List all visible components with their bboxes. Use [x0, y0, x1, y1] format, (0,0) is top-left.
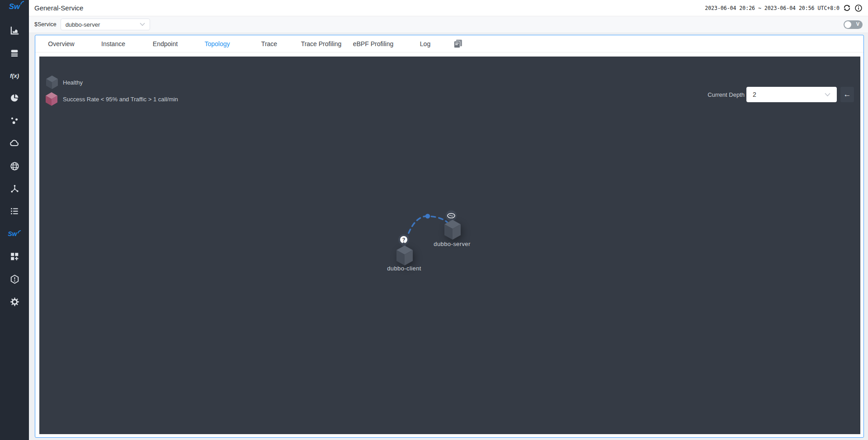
tab-overview[interactable]: Overview	[35, 40, 87, 47]
skywalking-icon: Sw	[8, 230, 17, 237]
tab-instance[interactable]: Instance	[87, 40, 139, 47]
layers-icon	[9, 48, 19, 58]
refresh-icon[interactable]	[843, 4, 851, 12]
sidebar-item-settings[interactable]	[0, 296, 29, 307]
page-title: General-Service	[34, 4, 83, 12]
sidebar-item-scatter[interactable]	[0, 115, 29, 126]
tab-log[interactable]: Log	[399, 40, 451, 47]
logo-swoosh-icon	[20, 1, 24, 5]
main-area: General-Service 2023-06-04 20:26 ~ 2023-…	[29, 0, 868, 440]
service-select[interactable]: dubbo-server	[61, 19, 150, 30]
toggle-label: V	[856, 21, 859, 27]
tab-bar: Overview Instance Endpoint Topology Trac…	[35, 35, 863, 52]
function-icon: f(x)	[10, 72, 19, 79]
settings-gear-icon	[9, 297, 20, 307]
dashboard-add-icon	[9, 251, 19, 261]
sidebar-item-dashboard-new[interactable]	[0, 251, 29, 262]
sidebar-item-topology[interactable]	[0, 183, 29, 194]
time-range-text[interactable]: 2023-06-04 20:26 ~ 2023-06-04 20:56	[705, 5, 814, 11]
alert-hexagon-icon	[9, 274, 20, 284]
cloud-icon	[9, 138, 20, 149]
tab-trace-profiling[interactable]: Trace Profiling	[295, 40, 347, 47]
list-icon	[9, 206, 19, 216]
sidebar-item-globe[interactable]	[0, 161, 29, 171]
service-selector-bar: $Service dubbo-server V	[29, 16, 868, 33]
chevron-down-icon	[140, 23, 145, 26]
question-mark-icon: ?	[400, 236, 407, 243]
version-toggle[interactable]: V	[844, 20, 863, 29]
sidebar-item-skywalking[interactable]: Sw	[0, 228, 29, 239]
topology-icon	[9, 184, 20, 194]
logo-text: Sw	[9, 2, 20, 11]
dubbo-logo-icon	[447, 213, 455, 218]
sidebar-item-function[interactable]: f(x)	[0, 70, 29, 81]
scatter-icon	[9, 116, 19, 126]
node-dubbo-client-label[interactable]: dubbo-client	[387, 265, 421, 272]
tab-topology[interactable]: Topology	[191, 40, 243, 47]
top-header: General-Service 2023-06-04 20:26 ~ 2023-…	[29, 0, 868, 16]
service-select-value: dubbo-server	[66, 21, 100, 28]
node-dubbo-server-label[interactable]: dubbo-server	[434, 241, 470, 247]
skywalking-logo[interactable]: Sw	[0, 2, 29, 11]
sidebar: Sw f(x)	[0, 0, 29, 440]
sidebar-item-alerting[interactable]	[0, 274, 29, 284]
sidebar-item-cloud[interactable]	[0, 138, 29, 149]
edge-midpoint-dot	[425, 214, 430, 218]
tab-trace[interactable]: Trace	[243, 40, 295, 47]
tab-ebpf-profiling[interactable]: eBPF Profiling	[347, 40, 399, 47]
pie-chart-icon	[9, 93, 19, 103]
globe-icon	[9, 161, 20, 171]
tab-endpoint[interactable]: Endpoint	[139, 40, 191, 47]
sidebar-item-pie[interactable]	[0, 93, 29, 104]
timezone-text[interactable]: UTC+8:0	[818, 5, 840, 11]
toggle-knob	[844, 21, 851, 28]
skywalking-swoosh-icon	[18, 230, 21, 234]
copy-tabs-icon[interactable]	[452, 38, 464, 49]
info-icon[interactable]	[854, 4, 863, 12]
sidebar-item-list[interactable]	[0, 206, 29, 217]
sidebar-item-layers[interactable]	[0, 47, 29, 58]
node-client-badge[interactable]: ?	[398, 234, 409, 245]
bar-chart-icon	[9, 25, 20, 36]
topology-panel[interactable]: Healthy Success Rate < 95% and Traffic >…	[39, 57, 860, 434]
node-dubbo-server-cube[interactable]	[443, 219, 462, 241]
service-label: $Service	[34, 21, 57, 28]
sidebar-item-dashboard-chart[interactable]	[0, 25, 29, 36]
header-right-group: 2023-06-04 20:26 ~ 2023-06-04 20:56 UTC+…	[705, 4, 863, 12]
content-card: Overview Instance Endpoint Topology Trac…	[35, 35, 864, 438]
node-dubbo-client-cube[interactable]	[396, 245, 414, 266]
